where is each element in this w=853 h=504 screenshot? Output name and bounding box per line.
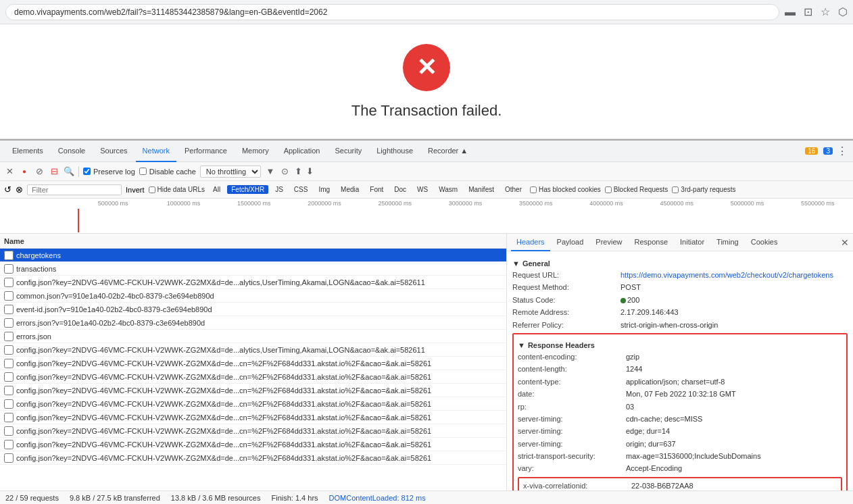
status-dot <box>620 298 626 303</box>
filter-tag-ws[interactable]: WS <box>413 185 432 194</box>
preserve-log-label[interactable]: Preserve log <box>83 168 135 176</box>
row-checkbox-config4[interactable] <box>4 372 14 382</box>
tab-sources[interactable]: Sources <box>93 141 134 162</box>
request-row-config4[interactable]: config.json?key=2NDVG-46VMC-FCKUH-V2WWK-… <box>0 370 506 384</box>
third-party-checkbox[interactable] <box>672 186 679 193</box>
tab-elements[interactable]: Elements <box>5 141 50 162</box>
filter-tag-font[interactable]: Font <box>366 185 387 194</box>
request-row-config8[interactable]: config.json?key=2NDVG-46VMC-FCKUH-V2WWK-… <box>0 424 506 438</box>
record-icon[interactable]: ● <box>19 166 30 177</box>
row-name-config4: config.json?key=2NDVG-46VMC-FCKUH-V2WWK-… <box>16 373 502 381</box>
details-close-button[interactable]: ✕ <box>841 237 849 248</box>
row-checkbox-transactions[interactable] <box>4 264 14 274</box>
url-bar[interactable]: demo.vivapayments.com/web2/fail?s=311485… <box>5 4 779 20</box>
tab-console[interactable]: Console <box>51 141 92 162</box>
kv-referrer-policy-label: Referrer Policy: <box>512 320 620 330</box>
reload-icon[interactable]: ↺ <box>4 184 11 195</box>
row-checkbox-config10[interactable] <box>4 453 14 463</box>
row-checkbox-config2[interactable] <box>4 345 14 355</box>
tab-application[interactable]: Application <box>277 141 327 162</box>
filter-tag-wasm[interactable]: Wasm <box>435 185 462 194</box>
tab-lighthouse[interactable]: Lighthouse <box>370 141 420 162</box>
has-blocked-cookies-label[interactable]: Has blocked cookies <box>530 186 601 193</box>
request-row-errors1[interactable]: errors.json?v=910e1a40-02b2-4bc0-8379-c3… <box>0 316 506 330</box>
row-checkbox-config9[interactable] <box>4 440 14 449</box>
row-checkbox-errors-json[interactable] <box>4 332 14 341</box>
details-tab-response[interactable]: Response <box>629 234 673 251</box>
row-checkbox-config8[interactable] <box>4 426 14 436</box>
tab-recorder[interactable]: Recorder ▲ <box>421 141 474 162</box>
row-checkbox-errors1[interactable] <box>4 318 14 328</box>
tab-performance[interactable]: Performance <box>178 141 234 162</box>
search-icon[interactable]: 🔍 <box>64 166 74 177</box>
clear-icon[interactable]: ⊘ <box>34 166 45 177</box>
kv-server-timing-edge: server-timing: edge; dur=14 <box>518 426 842 436</box>
third-party-label[interactable]: 3rd-party requests <box>672 186 735 193</box>
filter-tag-js[interactable]: JS <box>271 185 287 194</box>
filter-tag-other[interactable]: Other <box>501 185 526 194</box>
request-row-common[interactable]: common.json?v=910e1a40-02b2-4bc0-8379-c3… <box>0 289 506 303</box>
error-filter-icon[interactable]: ⊗ <box>16 184 23 195</box>
throttle-dropdown-icon[interactable]: ▼ <box>265 166 276 177</box>
devtools-more-icon[interactable]: ⋮ <box>837 145 848 157</box>
filter-tag-doc[interactable]: Doc <box>390 185 410 194</box>
hide-data-urls-checkbox[interactable] <box>149 186 155 193</box>
details-tab-cookies[interactable]: Cookies <box>746 234 783 251</box>
row-checkbox-config3[interactable] <box>4 359 14 368</box>
request-row-config1[interactable]: config.json?key=2NDVG-46VMC-FCKUH-V2WWK-… <box>0 276 506 289</box>
minimize-icon[interactable]: ▬ <box>785 6 796 18</box>
request-row-config3[interactable]: config.json?key=2NDVG-46VMC-FCKUH-V2WWK-… <box>0 357 506 370</box>
request-row-transactions[interactable]: transactions <box>0 262 506 276</box>
details-tab-preview[interactable]: Preview <box>590 234 627 251</box>
tab-security[interactable]: Security <box>328 141 368 162</box>
throttle-select[interactable]: No throttling <box>200 166 261 178</box>
row-checkbox-config6[interactable] <box>4 399 14 409</box>
request-row-config10[interactable]: config.json?key=2NDVG-46VMC-FCKUH-V2WWK-… <box>0 451 506 465</box>
export-icon[interactable]: ⬇ <box>306 166 314 176</box>
details-tab-payload[interactable]: Payload <box>552 234 589 251</box>
row-checkbox-event-id[interactable] <box>4 305 14 314</box>
disable-cache-label[interactable]: Disable cache <box>139 168 196 176</box>
filter-tag-img[interactable]: Img <box>314 185 334 194</box>
row-checkbox-chargetokens[interactable] <box>4 251 14 260</box>
request-row-event-id[interactable]: event-id.json?v=910e1a40-02b2-4bc0-8379-… <box>0 303 506 316</box>
row-checkbox-common[interactable] <box>4 291 14 301</box>
request-row-config7[interactable]: config.json?key=2NDVG-46VMC-FCKUH-V2WWK-… <box>0 411 506 424</box>
filter-tag-manifest[interactable]: Manifest <box>464 185 498 194</box>
row-checkbox-config1[interactable] <box>4 278 14 287</box>
filter-tag-media[interactable]: Media <box>337 185 363 194</box>
request-row-chargetokens[interactable]: chargetokens <box>0 249 506 262</box>
kv-content-type: content-type: application/json; charset=… <box>518 377 842 387</box>
details-tab-timing[interactable]: Timing <box>711 234 744 251</box>
star-icon[interactable]: ☆ <box>821 5 830 18</box>
has-blocked-cookies-checkbox[interactable] <box>530 186 537 193</box>
hide-data-urls-label[interactable]: Hide data URLs <box>149 186 205 193</box>
import-icon[interactable]: ⬆ <box>295 166 302 176</box>
extensions-icon[interactable]: ⬡ <box>838 5 848 18</box>
response-headers-toggle[interactable]: ▼ <box>518 341 525 349</box>
preserve-log-checkbox[interactable] <box>83 168 91 175</box>
details-tab-initiator[interactable]: Initiator <box>675 234 710 251</box>
request-row-config5[interactable]: config.json?key=2NDVG-46VMC-FCKUH-V2WWK-… <box>0 384 506 397</box>
blocked-requests-checkbox[interactable] <box>605 186 612 193</box>
request-row-config2[interactable]: config.json?key=2NDVG-46VMC-FCKUH-V2WWK-… <box>0 343 506 357</box>
details-tab-headers[interactable]: Headers <box>511 234 550 251</box>
request-row-config9[interactable]: config.json?key=2NDVG-46VMC-FCKUH-V2WWK-… <box>0 438 506 451</box>
row-checkbox-config7[interactable] <box>4 413 14 422</box>
close-devtools-icon[interactable]: ✕ <box>4 166 15 177</box>
filter-icon[interactable]: ⊟ <box>49 166 59 177</box>
wifi-icon[interactable]: ⊙ <box>280 166 291 177</box>
general-toggle[interactable]: ▼ <box>512 259 520 268</box>
maximize-icon[interactable]: ⊡ <box>804 5 812 18</box>
filter-tag-all[interactable]: All <box>209 185 224 194</box>
filter-tag-fetch-xhr[interactable]: Fetch/XHR <box>227 185 268 194</box>
tab-network[interactable]: Network <box>136 141 176 162</box>
request-row-errors-json[interactable]: errors.json <box>0 330 506 343</box>
row-checkbox-config5[interactable] <box>4 386 14 395</box>
blocked-requests-label[interactable]: Blocked Requests <box>605 186 668 193</box>
tab-memory[interactable]: Memory <box>235 141 276 162</box>
request-row-config6[interactable]: config.json?key=2NDVG-46VMC-FCKUH-V2WWK-… <box>0 397 506 411</box>
filter-input[interactable] <box>27 184 122 195</box>
filter-tag-css[interactable]: CSS <box>290 185 312 194</box>
disable-cache-checkbox[interactable] <box>139 168 147 175</box>
